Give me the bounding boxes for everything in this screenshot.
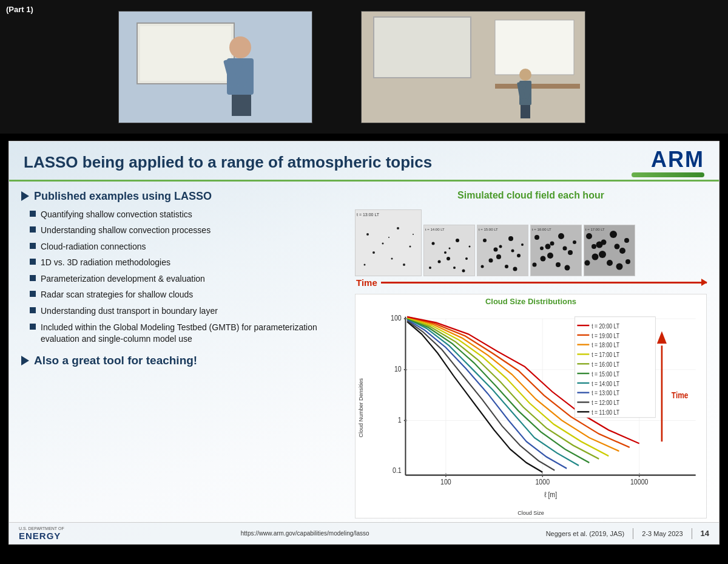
svg-rect-18: [525, 105, 530, 118]
svg-point-24: [410, 245, 411, 247]
also-section: Also a great tool for teaching!: [21, 354, 343, 367]
svg-point-68: [533, 262, 537, 267]
video-feed-1: [118, 11, 312, 123]
svg-text:1: 1: [398, 415, 402, 423]
svg-point-13: [519, 69, 531, 81]
svg-text:t = 15:00 LT: t = 15:00 LT: [479, 228, 498, 231]
svg-point-21: [366, 233, 369, 236]
slide-title: LASSO being applied to a range of atmosp…: [24, 152, 521, 172]
svg-point-38: [453, 267, 456, 269]
svg-point-71: [563, 246, 567, 250]
svg-rect-31: [424, 225, 475, 276]
svg-point-49: [517, 254, 521, 257]
bullet-text: 1D vs. 3D radiation methodologies: [41, 257, 170, 269]
svg-text:t = 16:00 LT: t = 16:00 LT: [532, 228, 551, 231]
svg-point-27: [388, 237, 389, 238]
triangle-bullet-icon-2: [21, 356, 29, 365]
svg-rect-19: [356, 210, 422, 276]
svg-text:t = 17:00 LT: t = 17:00 LT: [585, 228, 605, 231]
cloud-image-2: t = 14:00 LT: [423, 225, 475, 276]
presentation-slide: ARM LASSO being applied to a range of at…: [8, 141, 720, 545]
svg-point-34: [444, 251, 447, 254]
svg-rect-17: [521, 105, 525, 118]
square-bullet-icon: [30, 259, 36, 265]
arm-swoosh: [632, 172, 704, 177]
cloud-size-chart-title: Cloud Size Distributions: [358, 297, 704, 306]
svg-point-72: [540, 246, 544, 250]
svg-point-81: [601, 239, 607, 245]
cloud-field-label: Simulated cloud field each hour: [355, 190, 707, 201]
slide-footer: U.S. DEPARTMENT OF ENERGY https://www.ar…: [9, 522, 719, 544]
svg-point-3: [229, 36, 251, 58]
bullet-text: Understanding shallow convection process…: [41, 225, 211, 237]
svg-point-77: [610, 231, 617, 238]
svg-point-23: [397, 227, 399, 229]
list-item: Cloud-radiation connections: [30, 241, 343, 253]
cloud-images-container: t = 13:00 LT: [355, 209, 707, 288]
right-column: Simulated cloud field each hour t = 13:0…: [355, 190, 707, 518]
svg-point-56: [496, 254, 501, 259]
video-feed-2: [361, 11, 585, 123]
square-bullet-icon: [30, 324, 36, 330]
svg-text:10000: 10000: [630, 477, 649, 486]
cloud-image-3: t = 15:00 LT: [477, 225, 528, 276]
svg-text:t = 17:00 LT: t = 17:00 LT: [592, 351, 619, 358]
svg-point-48: [508, 236, 513, 241]
svg-point-63: [568, 250, 573, 255]
svg-point-52: [499, 245, 502, 248]
square-bullet-icon: [30, 307, 36, 313]
svg-point-66: [550, 241, 554, 245]
list-item: Understanding shallow convection process…: [30, 225, 343, 237]
svg-point-61: [545, 243, 551, 249]
svg-point-78: [619, 248, 625, 254]
svg-point-88: [625, 259, 630, 264]
cloud-image-5: t = 17:00 LT: [584, 225, 635, 276]
svg-point-86: [615, 243, 620, 249]
y-axis-label: Cloud Number Densities: [358, 378, 364, 438]
list-item: Parameterization development & evaluatio…: [30, 273, 343, 285]
cloud-pattern-3: t = 15:00 LT: [477, 225, 528, 276]
svg-point-35: [456, 239, 459, 242]
citation-text: Neggers et al. (2019, JAS): [546, 530, 625, 537]
cloud-pattern-2: t = 14:00 LT: [424, 225, 474, 276]
svg-point-57: [511, 249, 514, 252]
video-part-label: (Part 1): [6, 5, 33, 14]
energy-label: ENERGY: [19, 531, 64, 541]
svg-rect-58: [531, 225, 582, 276]
list-item: Understanding dust transport in boundary…: [30, 305, 343, 318]
svg-rect-73: [584, 225, 635, 276]
triangle-bullet-icon: [21, 191, 29, 201]
svg-point-53: [513, 267, 517, 271]
svg-point-43: [447, 257, 450, 260]
svg-point-26: [391, 257, 393, 259]
svg-rect-44: [477, 225, 528, 276]
svg-text:t = 11:00 LT: t = 11:00 LT: [592, 409, 619, 416]
chart-svg: 100 10 1 0.1: [365, 307, 704, 509]
svg-text:ℓ [m]: ℓ [m]: [544, 490, 557, 498]
square-bullet-icon: [30, 226, 36, 233]
svg-point-39: [449, 247, 451, 249]
chart-svg-area: 100 10 1 0.1: [365, 307, 704, 509]
svg-point-50: [489, 258, 493, 262]
cloud-pattern-4: t = 16:00 LT: [531, 225, 581, 276]
svg-point-46: [483, 239, 487, 242]
svg-rect-8: [241, 95, 251, 116]
date-text: 2-3 May 2023: [642, 530, 682, 537]
svg-point-82: [616, 263, 623, 270]
cloud-pattern-5: t = 17:00 LT: [584, 225, 635, 276]
also-text: Also a great tool for teaching!: [34, 354, 197, 367]
svg-rect-11: [495, 20, 574, 75]
svg-point-42: [469, 245, 471, 247]
svg-point-51: [505, 265, 508, 268]
svg-point-37: [438, 260, 441, 263]
svg-rect-7: [232, 95, 241, 116]
list-item: 1D vs. 3D radiation methodologies: [30, 257, 343, 269]
svg-point-62: [558, 233, 564, 239]
published-section-title: Published examples using LASSO: [34, 190, 212, 203]
svg-point-79: [592, 253, 599, 260]
svg-point-33: [432, 242, 435, 245]
bullet-text: Parameterization development & evaluatio…: [41, 273, 205, 285]
bullet-text: Understanding dust transport in boundary…: [41, 305, 218, 318]
svg-point-60: [534, 235, 539, 240]
svg-text:t = 15:00 LT: t = 15:00 LT: [592, 370, 619, 378]
